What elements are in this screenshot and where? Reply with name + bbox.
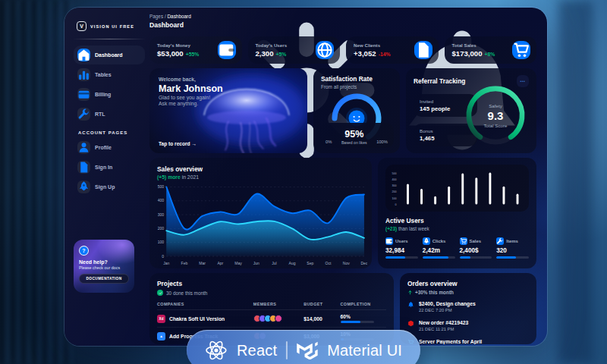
app-logo[interactable]: V VISION UI FREE xyxy=(74,17,145,39)
sales-delta: (+5) more xyxy=(157,174,181,180)
metric-clicks: Clicks 2,42m xyxy=(423,237,455,259)
background-band xyxy=(558,0,593,364)
sidebar-item-label: Billing xyxy=(95,92,111,97)
svg-text:100: 100 xyxy=(158,240,165,244)
svg-text:300: 300 xyxy=(158,212,165,217)
completion-bar xyxy=(341,321,360,323)
document-icon xyxy=(77,161,90,174)
sidebar-item-label: Sign In xyxy=(95,165,112,170)
wrench-icon xyxy=(77,108,90,121)
svg-text:Nov: Nov xyxy=(343,261,350,265)
sidebar-item-signup[interactable]: Sign Up xyxy=(74,177,145,196)
person-icon xyxy=(77,141,90,154)
metric-label: Users xyxy=(395,239,408,243)
bar-chart-icon xyxy=(77,68,90,81)
stat-card-users: Today's Users 2,300 +5% xyxy=(248,36,341,64)
table-row[interactable]: Xd Chakra Soft UI Version $14,000 60% xyxy=(157,310,386,328)
stat-delta: +5% xyxy=(276,52,287,57)
card-title: Orders overview xyxy=(407,280,529,287)
score-note: Total Score xyxy=(484,123,508,128)
welcome-greeting: Welcome back, xyxy=(159,77,298,82)
sidebar-item-label: Dashboard xyxy=(95,52,123,58)
mui-logo-icon xyxy=(297,341,318,359)
project-budget: $14,000 xyxy=(304,316,340,322)
svg-text:300: 300 xyxy=(392,184,397,187)
svg-text:Apr: Apr xyxy=(217,261,223,265)
welcome-line: Glad to see you again! xyxy=(159,95,298,100)
score-label: Safety xyxy=(489,103,502,108)
svg-text:Mar: Mar xyxy=(199,261,206,265)
svg-text:100: 100 xyxy=(392,196,397,200)
table-header: COMPANIES MEMBERS BUDGET COMPLETION xyxy=(157,302,386,310)
order-title: New order #4219423 xyxy=(419,320,529,325)
svg-text:500: 500 xyxy=(392,171,397,175)
order-time: 22 DEC 7:20 PM xyxy=(419,308,529,312)
react-logo-icon xyxy=(205,339,228,362)
column-completion: COMPLETION xyxy=(341,302,386,306)
sidebar-item-rtl[interactable]: RTL xyxy=(74,105,145,124)
metric-progress-bar xyxy=(460,256,471,259)
card-title: Satisfaction Rate xyxy=(321,75,392,83)
svg-text:Jan: Jan xyxy=(163,261,169,265)
metric-value: 2,400$ xyxy=(460,247,492,254)
sidebar-item-billing[interactable]: Billing xyxy=(74,85,145,104)
documentation-button[interactable]: DOCUMENTATION xyxy=(79,274,129,284)
satisfaction-value: 95% xyxy=(341,129,367,140)
metric-value: 2,42m xyxy=(423,247,455,254)
card-title: Active Users xyxy=(385,217,529,224)
tap-to-record-link[interactable]: Tap to record → xyxy=(159,141,197,146)
active-users-bar-chart: 0100200300400500 xyxy=(385,165,529,212)
mui-label: Material UI xyxy=(327,342,402,359)
metric-items: Items 320 xyxy=(496,237,529,259)
sidebar-item-label: RTL xyxy=(95,111,105,117)
stat-delta: -14% xyxy=(379,52,391,57)
active-users-card: 0100200300400500 Active Users (+23) than… xyxy=(378,158,536,268)
sidebar-item-profile[interactable]: Profile xyxy=(74,138,145,157)
orders-overview-card: Orders overview +30% this month $2400, D… xyxy=(400,273,536,344)
sidebar-item-label: Sign Up xyxy=(95,184,115,190)
stat-value: 2,300 xyxy=(256,49,274,58)
stat-value: $173,000 xyxy=(452,49,483,58)
react-label: React xyxy=(237,342,277,359)
credit-card-icon xyxy=(77,88,90,101)
active-users-delta: (+23) xyxy=(385,226,397,231)
active-users-period: than last week xyxy=(398,226,429,231)
sidebar-item-dashboard[interactable]: Dashboard xyxy=(74,46,145,64)
row-charts: Sales overview (+5) more in 2021 0100200… xyxy=(149,158,536,268)
card-title: Sales overview xyxy=(157,165,364,173)
stat-card-clients: New Clients +3,052 -14% xyxy=(346,36,439,64)
sidebar-item-label: Profile xyxy=(95,145,112,150)
stat-label: Today's Users xyxy=(256,42,288,48)
project-name: Chakra Soft UI Version xyxy=(169,316,225,322)
help-title: Need help? xyxy=(79,259,129,265)
sidebar-item-tables[interactable]: Tables xyxy=(74,65,145,84)
svg-text:Dec: Dec xyxy=(360,261,367,265)
svg-text:Feb: Feb xyxy=(181,261,188,265)
stat-delta: +8% xyxy=(485,52,495,57)
referral-tracking-card: Referral Tracking ••• Invited 145 people… xyxy=(406,68,536,153)
tech-stack-badge: React Material UI xyxy=(187,330,420,364)
active-users-subtitle: (+23) than last week xyxy=(385,226,529,231)
gauge-max-label: 100% xyxy=(376,140,388,144)
metric-users: Users 32,984 xyxy=(385,237,418,259)
active-users-metrics: Users 32,984 Clicks 2,42m xyxy=(385,237,529,259)
svg-text:Aug: Aug xyxy=(289,261,296,265)
stat-value: $53,000 xyxy=(157,49,184,58)
metric-value: 320 xyxy=(496,247,529,254)
order-title: $2400, Design changes xyxy=(419,301,529,306)
sales-period: in 2021 xyxy=(182,174,199,180)
cart-icon xyxy=(460,237,467,245)
metric-progress-bar xyxy=(385,256,405,259)
stat-card-sales: Total Sales $173,000 +8% xyxy=(445,36,537,64)
order-time: 21 DEC 11:21 PM xyxy=(419,327,529,331)
order-item: New order #4219423 21 DEC 11:21 PM xyxy=(407,320,529,331)
svg-text:Jun: Jun xyxy=(253,261,259,265)
sidebar-item-signin[interactable]: Sign In xyxy=(74,158,145,177)
stat-delta: +55% xyxy=(186,52,200,57)
stats-row: Today's Money $53,000 +55% Today's Users… xyxy=(149,36,536,64)
score-value: 9.3 xyxy=(488,109,504,122)
gauge-min-label: 0% xyxy=(326,140,332,144)
card-title: Projects xyxy=(157,280,386,287)
rocket-icon xyxy=(77,180,90,193)
sidebar-nav: Dashboard Tables Billing RTL ACCOUNT PAG… xyxy=(74,46,145,196)
